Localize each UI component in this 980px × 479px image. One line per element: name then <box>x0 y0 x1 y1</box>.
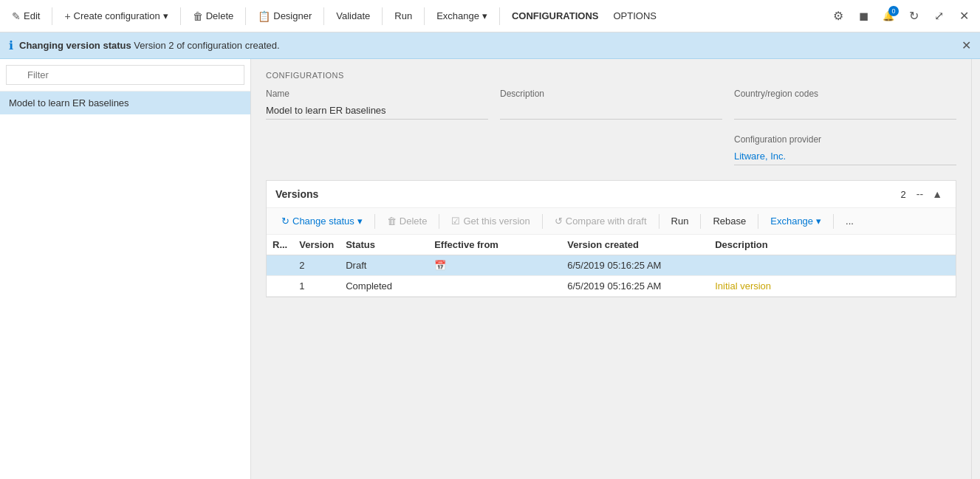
cell-effective <box>428 276 561 297</box>
form-grid-2: Configuration provider Litware, Inc. <box>266 134 956 165</box>
versions-title: Versions <box>275 188 901 200</box>
versions-exchange-button[interactable]: Exchange ▾ <box>764 213 827 230</box>
name-value: Model to learn ER baselines <box>266 102 488 120</box>
edit-button[interactable]: ✎ Edit <box>6 7 46 25</box>
vtool-sep-6 <box>758 214 758 229</box>
country-field: Country/region codes <box>734 89 956 120</box>
country-label: Country/region codes <box>734 89 956 99</box>
vtool-sep-5 <box>700 214 701 229</box>
filter-input[interactable] <box>6 65 244 85</box>
exchange-dropdown-icon: ▾ <box>482 10 487 21</box>
versions-expand-button[interactable]: -- <box>912 187 928 201</box>
refresh-icon[interactable]: ↻ <box>903 6 924 27</box>
notification-close-button[interactable]: ✕ <box>962 38 971 52</box>
sidebar: 🔍 Model to learn ER baselines <box>0 59 251 479</box>
col-header-r: R... <box>267 235 293 255</box>
description-label: Description <box>500 89 722 99</box>
run-button[interactable]: Run <box>388 7 418 24</box>
designer-button[interactable]: 📋 Designer <box>252 7 318 25</box>
versions-exchange-dropdown-icon: ▾ <box>816 216 821 227</box>
separator-3 <box>245 7 246 25</box>
col-header-description: Description <box>709 235 956 255</box>
change-status-dropdown-icon: ▾ <box>357 216 363 227</box>
close-icon[interactable]: ✕ <box>953 6 974 27</box>
compare-draft-button[interactable]: ↺ Compare with draft <box>549 213 653 230</box>
sidebar-item-model[interactable]: Model to learn ER baselines <box>0 92 250 114</box>
provider-label: Configuration provider <box>734 134 956 145</box>
name-field: Name Model to learn ER baselines <box>266 89 488 120</box>
rebase-button[interactable]: Rebase <box>707 213 752 230</box>
separator-7 <box>499 7 500 25</box>
table-row[interactable]: 2 Draft 📅 6/5/2019 05:16:25 AM <box>267 255 956 276</box>
vtool-sep-3 <box>542 214 543 229</box>
filter-wrapper: 🔍 <box>6 65 244 85</box>
create-dropdown-icon: ▾ <box>163 10 168 21</box>
configurations-nav-button[interactable]: CONFIGURATIONS <box>506 7 604 24</box>
validate-button[interactable]: Validate <box>330 7 376 24</box>
notification-text: Changing version status Version 2 of con… <box>19 40 956 51</box>
cell-r <box>267 255 293 276</box>
section-title: CONFIGURATIONS <box>266 71 956 80</box>
designer-icon: 📋 <box>258 10 270 22</box>
versions-collapse-button[interactable]: ▲ <box>928 187 947 201</box>
separator-1 <box>52 7 52 25</box>
vtool-sep-7 <box>833 214 834 229</box>
compare-icon: ↺ <box>555 216 563 227</box>
separator-2 <box>180 7 181 25</box>
delete-icon: 🗑 <box>193 10 203 22</box>
vtool-sep-2 <box>439 214 439 229</box>
separator-6 <box>424 7 425 25</box>
delete-button[interactable]: 🗑 Delete <box>187 7 240 25</box>
notification-icon[interactable]: 🔔 0 <box>878 6 899 27</box>
versions-toolbar: ↻ Change status ▾ 🗑 Delete ☑ Get this ve… <box>267 208 956 235</box>
provider-field: Configuration provider Litware, Inc. <box>734 134 956 165</box>
scrollbar[interactable] <box>971 59 980 479</box>
versions-delete-button[interactable]: 🗑 Delete <box>381 213 434 230</box>
notification-bar: ℹ Changing version status Version 2 of c… <box>0 32 980 59</box>
versions-table: R... Version Status Effective from Versi… <box>267 235 956 297</box>
change-status-button[interactable]: ↻ Change status ▾ <box>275 213 369 230</box>
form-grid-1: Name Model to learn ER baselines Descrip… <box>266 89 956 120</box>
versions-run-button[interactable]: Run <box>665 213 695 230</box>
main-toolbar: ✎ Edit + Create configuration ▾ 🗑 Delete… <box>0 0 980 32</box>
country-value <box>734 102 956 120</box>
exchange-button[interactable]: Exchange ▾ <box>431 7 493 24</box>
cell-description: Initial version <box>709 276 956 297</box>
cell-status: Completed <box>340 276 428 297</box>
provider-value[interactable]: Litware, Inc. <box>734 148 956 165</box>
versions-table-header: R... Version Status Effective from Versi… <box>267 235 956 255</box>
versions-count: 2 <box>901 189 906 200</box>
get-version-icon: ☑ <box>451 216 460 227</box>
cell-status: Draft <box>340 255 428 276</box>
notification-badge: 0 <box>888 6 899 16</box>
description-value <box>500 102 722 120</box>
versions-delete-icon: 🗑 <box>387 216 397 227</box>
office-icon[interactable]: ◼ <box>853 6 874 27</box>
create-configuration-button[interactable]: + Create configuration ▾ <box>58 7 174 25</box>
more-button[interactable]: ... <box>840 213 860 230</box>
plus-icon: + <box>64 10 70 22</box>
col-header-status: Status <box>340 235 428 255</box>
cell-created: 6/5/2019 05:16:25 AM <box>561 255 709 276</box>
sidebar-filter-area: 🔍 <box>0 59 250 92</box>
info-icon: ℹ <box>9 38 13 52</box>
settings-icon[interactable]: ⚙ <box>828 6 849 27</box>
cell-effective[interactable]: 📅 <box>428 255 561 276</box>
name-label: Name <box>266 89 488 99</box>
options-nav-button[interactable]: OPTIONS <box>607 7 662 24</box>
col-header-created: Version created <box>561 235 709 255</box>
vtool-sep-4 <box>659 214 659 229</box>
get-version-button[interactable]: ☑ Get this version <box>445 213 535 230</box>
cell-version: 1 <box>293 276 340 297</box>
versions-header: Versions 2 -- ▲ <box>267 181 956 208</box>
table-row[interactable]: 1 Completed 6/5/2019 05:16:25 AM Initial… <box>267 276 956 297</box>
main-layout: 🔍 Model to learn ER baselines CONFIGURAT… <box>0 59 980 479</box>
vtool-sep-1 <box>374 214 375 229</box>
cell-version: 2 <box>293 255 340 276</box>
cell-created: 6/5/2019 05:16:25 AM <box>561 276 709 297</box>
cell-description <box>709 255 956 276</box>
col-header-effective: Effective from <box>428 235 561 255</box>
expand-icon[interactable]: ⤢ <box>928 6 949 27</box>
separator-4 <box>323 7 324 25</box>
col-header-version: Version <box>293 235 340 255</box>
